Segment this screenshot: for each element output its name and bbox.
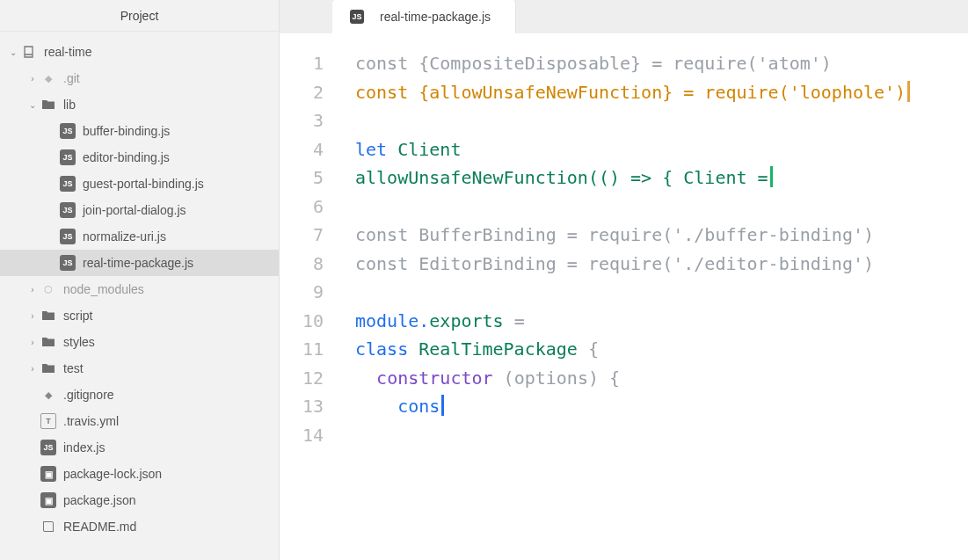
git-icon: ◆: [40, 70, 56, 86]
cursor: [770, 166, 773, 187]
cursor: [907, 81, 910, 102]
js-icon: JS: [60, 255, 76, 271]
tree-item[interactable]: ›test: [0, 355, 279, 382]
tree-item-label: package-lock.json: [63, 467, 162, 481]
code-line[interactable]: [355, 106, 968, 135]
editor-pane: JS real-time-package.js 1234567891011121…: [280, 0, 968, 560]
code-area[interactable]: 1234567891011121314 const {CompositeDisp…: [280, 33, 968, 560]
file-tree[interactable]: ⌄real-time›◆.git⌄libJSbuffer-binding.jsJ…: [0, 32, 279, 560]
code-line[interactable]: let Client: [355, 135, 968, 164]
project-sidebar: Project ⌄real-time›◆.git⌄libJSbuffer-bin…: [0, 0, 280, 560]
code-line[interactable]: constructor (options) {: [355, 364, 968, 393]
tree-item-label: styles: [63, 335, 95, 349]
code-line[interactable]: [355, 278, 968, 307]
code-line[interactable]: const {CompositeDisposable} = require('a…: [355, 49, 968, 78]
line-number: 3: [280, 106, 324, 135]
tree-item-label: real-time: [44, 45, 91, 59]
tree-item[interactable]: JSguest-portal-binding.js: [0, 171, 279, 197]
sidebar-title: Project: [0, 0, 279, 32]
js-icon: JS: [60, 176, 76, 192]
json-icon: ▣: [40, 492, 56, 508]
tab-bar: JS real-time-package.js: [280, 0, 968, 33]
code-line[interactable]: const BufferBinding = require('./buffer-…: [355, 221, 968, 250]
line-number: 6: [280, 193, 324, 222]
repo-icon: [21, 44, 37, 60]
tree-item[interactable]: JSjoin-portal-dialog.js: [0, 197, 279, 223]
line-number: 8: [280, 250, 324, 279]
tree-item[interactable]: ⌄lib: [0, 91, 279, 118]
tree-item-label: script: [63, 309, 92, 323]
code-content[interactable]: const {CompositeDisposable} = require('a…: [339, 49, 968, 560]
tree-item-label: test: [63, 361, 84, 375]
tree-item[interactable]: ▣package.json: [0, 487, 279, 513]
tree-item-label: README.md: [63, 520, 136, 534]
tree-item[interactable]: ›styles: [0, 329, 279, 355]
js-icon: JS: [40, 440, 56, 455]
code-line[interactable]: [355, 193, 968, 222]
line-number: 1: [280, 49, 324, 78]
git-icon: ◆: [40, 387, 56, 403]
chevron-right-icon[interactable]: ›: [26, 311, 39, 321]
book-icon: [40, 519, 56, 535]
chevron-right-icon[interactable]: ›: [26, 338, 39, 347]
tree-item-label: .travis.yml: [63, 414, 119, 428]
tree-item[interactable]: JSreal-time-package.js: [0, 250, 279, 276]
line-number: 10: [280, 307, 324, 336]
tree-item-label: join-portal-dialog.js: [83, 203, 186, 217]
js-icon: JS: [350, 10, 364, 24]
js-icon: JS: [60, 202, 76, 218]
tab-label: real-time-package.js: [380, 10, 491, 24]
code-line[interactable]: module.exports =: [355, 307, 968, 336]
line-number: 5: [280, 164, 324, 193]
tab-active[interactable]: JS real-time-package.js: [332, 0, 516, 33]
folder-icon: [40, 334, 56, 350]
tree-item[interactable]: JSeditor-binding.js: [0, 144, 279, 171]
cursor: [441, 395, 444, 416]
tree-item-label: buffer-binding.js: [83, 124, 170, 138]
tree-item-label: real-time-package.js: [83, 256, 193, 270]
tree-item[interactable]: T.travis.yml: [0, 408, 279, 434]
line-number: 7: [280, 221, 324, 250]
text-icon: T: [40, 413, 56, 429]
tree-item[interactable]: README.md: [0, 513, 279, 540]
chevron-down-icon[interactable]: ⌄: [26, 100, 39, 110]
line-number-gutter: 1234567891011121314: [280, 49, 339, 560]
folder-icon: [40, 308, 56, 324]
code-line[interactable]: class RealTimePackage {: [355, 335, 968, 364]
tree-item-label: normalize-uri.js: [83, 229, 166, 244]
json-icon: ▣: [40, 466, 56, 482]
code-line[interactable]: [355, 421, 968, 450]
line-number: 13: [280, 392, 324, 421]
tree-item-label: node_modules: [63, 282, 144, 296]
tree-item[interactable]: JSnormalize-uri.js: [0, 223, 279, 250]
tree-item[interactable]: ›script: [0, 302, 279, 329]
line-number: 12: [280, 364, 324, 393]
tree-item-label: guest-portal-binding.js: [83, 177, 204, 191]
line-number: 11: [280, 335, 324, 364]
code-line[interactable]: cons: [355, 392, 968, 421]
tree-root[interactable]: ⌄real-time: [0, 39, 279, 65]
tree-item[interactable]: ›⬡node_modules: [0, 276, 279, 302]
folder-icon: [40, 360, 56, 376]
line-number: 9: [280, 278, 324, 307]
tree-item-label: lib: [63, 98, 76, 112]
tree-item[interactable]: JSindex.js: [0, 434, 279, 461]
chevron-right-icon[interactable]: ›: [26, 364, 39, 374]
tree-item-label: package.json: [63, 493, 136, 507]
tree-item[interactable]: ◆.gitignore: [0, 382, 279, 408]
tree-item-label: .gitignore: [63, 388, 114, 402]
code-line[interactable]: const {allowUnsafeNewFunction} = require…: [355, 78, 968, 107]
line-number: 4: [280, 135, 324, 164]
chevron-right-icon[interactable]: ›: [26, 285, 39, 295]
tree-item-label: index.js: [63, 440, 105, 455]
js-icon: JS: [60, 149, 76, 165]
line-number: 2: [280, 78, 324, 107]
chevron-down-icon[interactable]: ⌄: [7, 47, 19, 57]
tree-item[interactable]: JSbuffer-binding.js: [0, 118, 279, 144]
code-line[interactable]: allowUnsafeNewFunction(() => { Client =: [355, 164, 968, 193]
tree-item[interactable]: ›◆.git: [0, 65, 279, 91]
tree-item[interactable]: ▣package-lock.json: [0, 461, 279, 487]
code-line[interactable]: const EditorBinding = require('./editor-…: [355, 250, 968, 279]
tree-item-label: .git: [63, 71, 80, 85]
chevron-right-icon[interactable]: ›: [26, 74, 39, 84]
